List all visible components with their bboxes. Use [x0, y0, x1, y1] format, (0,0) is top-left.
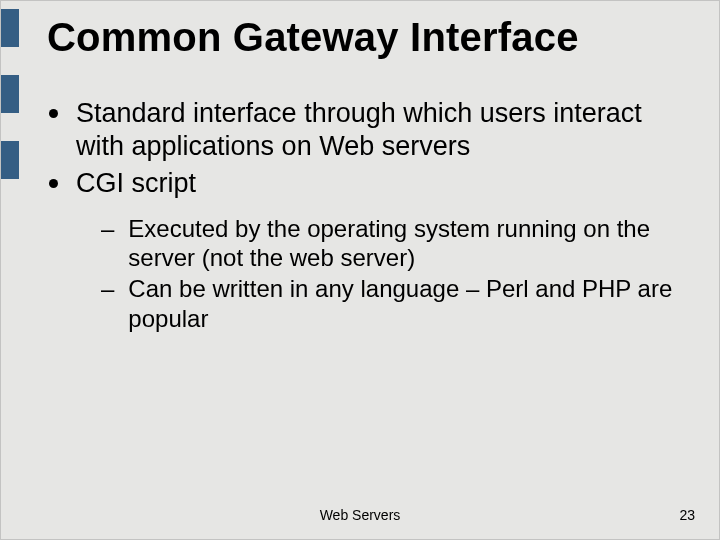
- sub-bullet-item: – Executed by the operating system runni…: [101, 214, 691, 273]
- slide-title: Common Gateway Interface: [47, 15, 699, 60]
- sub-bullet-group: – Executed by the operating system runni…: [101, 214, 691, 333]
- bullet-dash-icon: –: [101, 214, 114, 243]
- bullet-item: CGI script: [49, 167, 691, 200]
- bullet-text: CGI script: [76, 167, 196, 200]
- footer-title: Web Servers: [1, 507, 719, 523]
- bullet-item: Standard interface through which users i…: [49, 97, 691, 163]
- sub-bullet-text: Executed by the operating system running…: [128, 214, 691, 273]
- accent-bar: [1, 141, 19, 179]
- bullet-dot-icon: [49, 179, 58, 188]
- bullet-dash-icon: –: [101, 274, 114, 303]
- sub-bullet-text: Can be written in any language – Perl an…: [128, 274, 691, 333]
- slide-body: Standard interface through which users i…: [49, 97, 691, 335]
- sub-bullet-item: – Can be written in any language – Perl …: [101, 274, 691, 333]
- page-number: 23: [679, 507, 695, 523]
- bullet-text: Standard interface through which users i…: [76, 97, 691, 163]
- bullet-dot-icon: [49, 109, 58, 118]
- accent-bar: [1, 9, 19, 47]
- slide: Common Gateway Interface Standard interf…: [0, 0, 720, 540]
- accent-bar: [1, 75, 19, 113]
